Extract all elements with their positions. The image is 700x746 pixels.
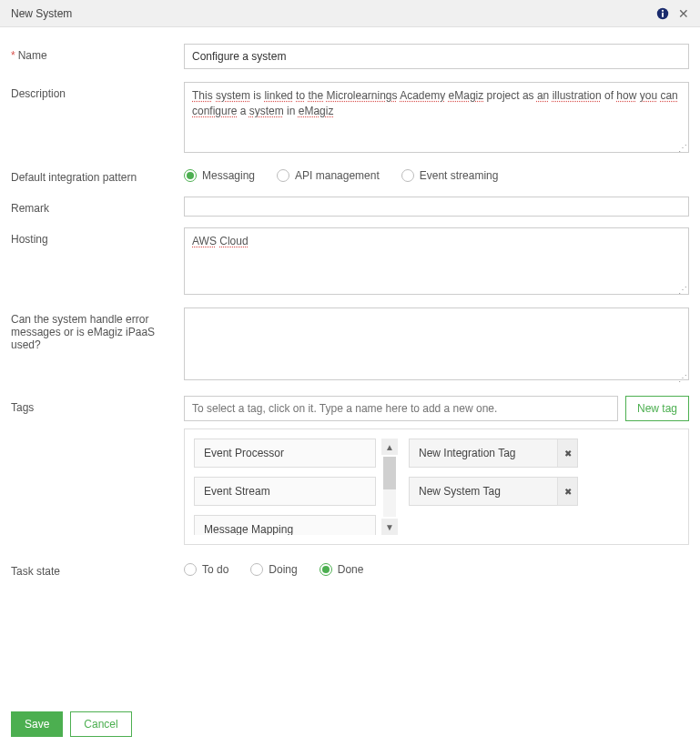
svg-point-2	[662, 9, 664, 11]
label-hosting: Hosting	[11, 227, 184, 295]
label-remark: Remark	[11, 197, 184, 217]
hosting-textarea[interactable]: AWS Cloud	[184, 227, 689, 295]
available-tag[interactable]: Message Mapping	[194, 515, 376, 535]
close-icon[interactable]: ✕	[678, 7, 689, 20]
tags-search-input[interactable]	[184, 396, 618, 421]
remove-tag-icon[interactable]: ✖	[557, 478, 577, 505]
available-tags-list: Event Processor Event Stream Message Map…	[194, 439, 376, 535]
description-textarea[interactable]: This system is linked to the Microlearni…	[184, 82, 689, 153]
row-hosting: Hosting AWS Cloud	[11, 227, 689, 295]
save-button[interactable]: Save	[11, 711, 63, 737]
titlebar: New System ✕	[0, 0, 700, 27]
dialog-title: New System	[11, 7, 72, 20]
selected-tag-label: New System Tag	[410, 478, 557, 505]
selected-tag-label: New Integration Tag	[410, 439, 557, 467]
tags-scrollbar: ▲ ▼	[381, 439, 398, 535]
row-integration: Default integration pattern Messaging AP…	[11, 166, 689, 184]
label-error-q: Can the system handle error messages or …	[11, 307, 184, 383]
radio-event-streaming[interactable]: Event streaming	[401, 169, 499, 182]
label-tags: Tags	[11, 396, 184, 545]
row-tags: Tags New tag Event Processor Event Strea…	[11, 396, 689, 545]
label-name: *Name	[11, 44, 184, 69]
selected-tag: New Integration Tag ✖	[409, 439, 578, 468]
titlebar-icons: ✕	[656, 7, 689, 20]
row-remark: Remark	[11, 197, 689, 217]
label-taskstate: Task state	[11, 560, 184, 578]
scroll-thumb[interactable]	[383, 457, 396, 489]
radio-api-management[interactable]: API management	[277, 169, 380, 182]
row-taskstate: Task state To do Doing Done	[11, 560, 689, 578]
label-description: Description	[11, 82, 184, 153]
info-icon[interactable]	[656, 7, 669, 20]
error-q-textarea[interactable]	[184, 307, 689, 380]
radio-messaging[interactable]: Messaging	[184, 169, 255, 182]
scroll-track[interactable]	[383, 457, 396, 517]
available-tag[interactable]: Event Stream	[194, 477, 376, 506]
name-input[interactable]	[184, 44, 689, 69]
scroll-down-icon[interactable]: ▼	[381, 519, 398, 535]
available-tag[interactable]: Event Processor	[194, 439, 376, 468]
row-description: Description This system is linked to the…	[11, 82, 689, 153]
selected-tag: New System Tag ✖	[409, 477, 578, 506]
footer: Save Cancel	[0, 702, 700, 746]
row-error-q: Can the system handle error messages or …	[11, 307, 689, 383]
radio-done[interactable]: Done	[320, 563, 364, 576]
new-tag-button[interactable]: New tag	[625, 396, 689, 421]
row-name: *Name	[11, 44, 689, 69]
radio-todo[interactable]: To do	[184, 563, 228, 576]
remove-tag-icon[interactable]: ✖	[557, 439, 577, 467]
svg-rect-1	[662, 12, 664, 16]
selected-tags-list: New Integration Tag ✖ New System Tag ✖	[403, 439, 679, 535]
radio-doing[interactable]: Doing	[250, 563, 297, 576]
label-integration: Default integration pattern	[11, 166, 184, 184]
scroll-up-icon[interactable]: ▲	[381, 439, 398, 455]
tags-panel: Event Processor Event Stream Message Map…	[184, 428, 689, 545]
remark-input[interactable]	[184, 197, 689, 217]
cancel-button[interactable]: Cancel	[70, 711, 131, 737]
